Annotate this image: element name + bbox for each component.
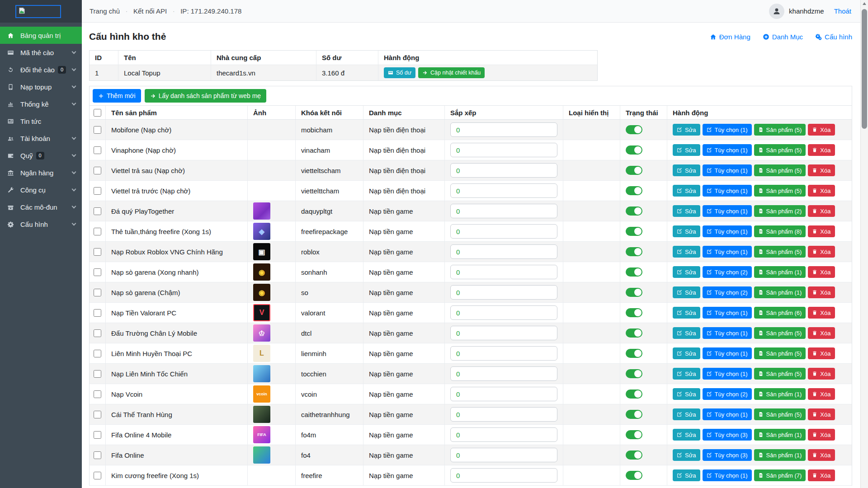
- products-button[interactable]: Sản phẩm (5): [754, 144, 806, 156]
- sidebar-item[interactable]: Cấu hình: [0, 216, 82, 233]
- status-toggle[interactable]: [626, 471, 642, 480]
- products-button[interactable]: Sản phẩm (1): [754, 266, 806, 278]
- edit-button[interactable]: Sửa: [673, 205, 700, 217]
- sidebar-item[interactable]: Công cụ: [0, 181, 82, 198]
- sidebar-item[interactable]: Các mô-đun: [0, 198, 82, 216]
- status-toggle[interactable]: [626, 227, 642, 236]
- sort-input[interactable]: [450, 265, 557, 279]
- toolbar-button[interactable]: Thêm mới: [93, 89, 141, 103]
- delete-button[interactable]: Xóa: [808, 388, 835, 400]
- row-checkbox[interactable]: [94, 411, 101, 418]
- sort-input[interactable]: [450, 366, 557, 381]
- products-button[interactable]: Sản phẩm (5): [754, 408, 806, 420]
- options-button[interactable]: Tùy chọn (3): [703, 429, 752, 441]
- options-button[interactable]: Tùy chọn (1): [703, 307, 752, 319]
- delete-button[interactable]: Xóa: [808, 266, 835, 278]
- row-checkbox[interactable]: [94, 187, 101, 195]
- products-button[interactable]: Sản phẩm (5): [754, 246, 806, 258]
- products-button[interactable]: Sản phẩm (1): [754, 429, 806, 441]
- delete-button[interactable]: Xóa: [808, 205, 835, 217]
- provider-action-button[interactable]: Số dư: [384, 67, 415, 78]
- logout-button[interactable]: Thoát: [831, 7, 851, 15]
- products-button[interactable]: Sản phẩm (5): [754, 124, 806, 136]
- row-checkbox[interactable]: [94, 431, 101, 439]
- sort-input[interactable]: [450, 387, 557, 401]
- sort-input[interactable]: [450, 244, 557, 259]
- options-button[interactable]: Tùy chọn (1): [703, 368, 752, 380]
- status-toggle[interactable]: [626, 369, 642, 378]
- edit-button[interactable]: Sửa: [673, 124, 700, 136]
- edit-button[interactable]: Sửa: [673, 408, 700, 420]
- row-checkbox[interactable]: [94, 472, 101, 479]
- edit-button[interactable]: Sửa: [673, 347, 700, 359]
- status-toggle[interactable]: [626, 389, 642, 399]
- products-button[interactable]: Sản phẩm (1): [754, 286, 806, 298]
- status-toggle[interactable]: [626, 125, 642, 134]
- sort-input[interactable]: [450, 163, 557, 178]
- options-button[interactable]: Tùy chọn (1): [703, 185, 752, 197]
- sort-input[interactable]: [450, 122, 557, 137]
- sort-input[interactable]: [450, 448, 557, 462]
- products-button[interactable]: Sản phẩm (5): [754, 347, 806, 359]
- options-button[interactable]: Tùy chọn (1): [703, 246, 752, 258]
- options-button[interactable]: Tùy chọn (1): [703, 164, 752, 176]
- delete-button[interactable]: Xóa: [808, 144, 835, 156]
- delete-button[interactable]: Xóa: [808, 225, 835, 237]
- header-link-plus-circle[interactable]: Danh Mục: [763, 33, 803, 41]
- row-checkbox[interactable]: [94, 207, 101, 215]
- row-checkbox[interactable]: [94, 228, 101, 235]
- delete-button[interactable]: Xóa: [808, 368, 835, 380]
- status-toggle[interactable]: [626, 450, 642, 460]
- delete-button[interactable]: Xóa: [808, 469, 835, 481]
- sort-input[interactable]: [450, 204, 557, 218]
- row-checkbox[interactable]: [94, 289, 101, 296]
- row-checkbox[interactable]: [94, 268, 101, 276]
- options-button[interactable]: Tùy chọn (1): [703, 144, 752, 156]
- header-link-home[interactable]: Đơn Hàng: [710, 33, 750, 41]
- edit-button[interactable]: Sửa: [673, 429, 700, 441]
- options-button[interactable]: Tùy chọn (1): [703, 205, 752, 217]
- sidebar-item[interactable]: Bảng quản trị: [0, 27, 82, 44]
- delete-button[interactable]: Xóa: [808, 307, 835, 319]
- products-button[interactable]: Sản phẩm (5): [754, 327, 806, 339]
- status-toggle[interactable]: [626, 267, 642, 277]
- row-checkbox[interactable]: [94, 309, 101, 317]
- products-button[interactable]: Sản phẩm (5): [754, 164, 806, 176]
- row-checkbox[interactable]: [94, 146, 101, 154]
- edit-button[interactable]: Sửa: [673, 144, 700, 156]
- sort-input[interactable]: [450, 224, 557, 239]
- products-button[interactable]: Sản phẩm (8): [754, 225, 806, 237]
- edit-button[interactable]: Sửa: [673, 164, 700, 176]
- options-button[interactable]: Tùy chọn (1): [703, 225, 752, 237]
- edit-button[interactable]: Sửa: [673, 469, 700, 481]
- select-all-checkbox[interactable]: [94, 109, 101, 117]
- options-button[interactable]: Tùy chọn (1): [703, 327, 752, 339]
- edit-button[interactable]: Sửa: [673, 286, 700, 298]
- header-link-cogs[interactable]: Cấu hình: [815, 33, 852, 41]
- edit-button[interactable]: Sửa: [673, 327, 700, 339]
- scrollbar-up-arrow[interactable]: [863, 2, 866, 5]
- sidebar-item[interactable]: Ngân hàng: [0, 164, 82, 181]
- breadcrumb-item[interactable]: Kết nối API: [133, 7, 167, 15]
- options-button[interactable]: Tùy chọn (2): [703, 286, 752, 298]
- products-button[interactable]: Sản phẩm (5): [754, 368, 806, 380]
- sort-input[interactable]: [450, 285, 557, 300]
- status-toggle[interactable]: [626, 166, 642, 175]
- delete-button[interactable]: Xóa: [808, 246, 835, 258]
- status-toggle[interactable]: [626, 308, 642, 317]
- row-checkbox[interactable]: [94, 390, 101, 398]
- sidebar-item[interactable]: Thống kê: [0, 95, 82, 113]
- breadcrumb-item[interactable]: IP: 171.249.240.178: [180, 7, 241, 15]
- sort-input[interactable]: [450, 468, 557, 483]
- sort-input[interactable]: [450, 427, 557, 442]
- row-checkbox[interactable]: [94, 248, 101, 256]
- breadcrumb-item[interactable]: Trang chủ: [90, 7, 120, 15]
- status-toggle[interactable]: [626, 328, 642, 338]
- row-checkbox[interactable]: [94, 329, 101, 337]
- scrollbar-thumb[interactable]: [862, 9, 867, 129]
- row-checkbox[interactable]: [94, 451, 101, 459]
- sidebar-item[interactable]: Đổi thẻ cào0: [0, 61, 82, 78]
- options-button[interactable]: Tùy chọn (1): [703, 347, 752, 359]
- delete-button[interactable]: Xóa: [808, 286, 835, 298]
- options-button[interactable]: Tùy chọn (1): [703, 408, 752, 420]
